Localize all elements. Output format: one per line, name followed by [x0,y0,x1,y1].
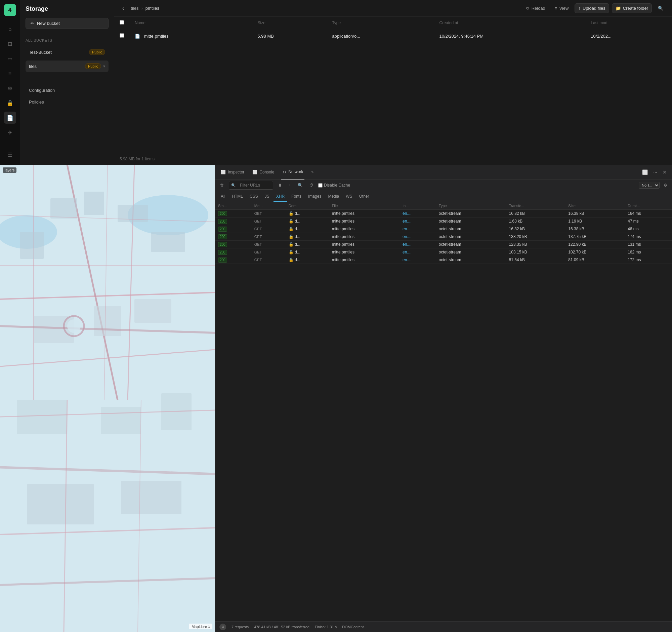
nav-logs-icon[interactable]: ☰ [4,148,16,161]
more-options-button[interactable]: ··· [652,168,658,176]
bucket-item-tiles[interactable]: tiles Public ▾ [26,61,109,72]
req-domain: 🔒 d... [286,233,329,241]
req-transferred: 103.15 kB [506,249,566,256]
bucket-name-test: Test-Bucket [29,50,52,55]
pause-recording-button[interactable]: ⏸ [276,182,284,189]
network-request-row[interactable]: 200 GET 🔒 d... mitte.pmtiles en.... octe… [215,217,672,225]
info-icon: ℹ [208,624,210,629]
reload-button[interactable]: ↻ Reload [523,4,549,13]
footer-transferred: 478.41 kB / 481.52 kB transferred [254,625,309,629]
network-toolbar: 🗑 🔍 ⏸ + 🔍 ⏱ Disable Cache No T... ⚙ [215,180,672,191]
req-type: octet-stream [436,210,506,217]
network-request-row[interactable]: 200 GET 🔒 d... mitte.pmtiles en.... octe… [215,210,672,217]
col-status: Sta... [215,202,252,210]
network-request-row[interactable]: 200 GET 🔒 d... mitte.pmtiles en.... octe… [215,225,672,233]
net-type-images[interactable]: Images [306,191,324,202]
search-icon: 🔍 [658,6,663,11]
layers-label: layers [3,167,17,173]
net-type-css[interactable]: CSS [247,191,261,202]
req-initiator: en.... [400,233,436,241]
search-button[interactable]: 🔍 [654,4,667,13]
add-filter-button[interactable]: + [287,182,293,189]
devtools-header: ⬜ Inspector ⬜ Console ↑↓ Network » ⬜ ···… [215,165,672,180]
req-file: mitte.pmtiles [329,225,400,233]
nav-database-icon[interactable]: ⊗ [4,82,16,94]
req-size: 102.70 kB [566,249,625,256]
new-bucket-button[interactable]: ✏ New bucket [26,18,109,29]
net-type-js[interactable]: JS [262,191,272,202]
bucket-item-test[interactable]: Test-Bucket Public [26,46,109,58]
devtools-tab-inspector[interactable]: ⬜ Inspector [219,165,246,180]
req-status: 200 [215,233,252,241]
nav-lock-icon[interactable]: 🔒 [4,97,16,109]
req-size: 137.75 kB [566,233,625,241]
req-domain: 🔒 d... [286,241,329,249]
req-size: 16.38 kB [566,210,625,217]
close-devtools-button[interactable]: ✕ [661,168,668,176]
devtools-tab-console[interactable]: ⬜ Console [251,165,275,180]
view-icon: ≡ [555,6,557,11]
req-size: 1.19 kB [566,217,625,225]
nav-list-icon[interactable]: ≡ [4,67,16,79]
timer-button[interactable]: ⏱ [308,182,315,189]
req-type: octet-stream [436,225,506,233]
req-transferred: 123.35 kB [506,241,566,249]
filter-urls-input[interactable] [237,182,271,189]
upload-button[interactable]: ↑ Upload files [575,3,609,13]
devtools-tab-network[interactable]: ↑↓ Network [281,165,305,180]
nav-home-icon[interactable]: ⌂ [4,23,16,35]
nav-storage-icon[interactable]: 📄 [4,112,16,124]
sidebar-item-policies[interactable]: Policies [26,97,109,107]
devtools-panel: ⬜ Inspector ⬜ Console ↑↓ Network » ⬜ ···… [215,165,672,632]
col-method: Me... [252,202,286,210]
req-file: mitte.pmtiles [329,256,400,264]
search-requests-button[interactable]: 🔍 [296,182,305,189]
req-initiator: en.... [400,210,436,217]
net-type-ws[interactable]: WS [343,191,355,202]
network-request-row[interactable]: 200 GET 🔒 d... mitte.pmtiles en.... octe… [215,256,672,264]
net-type-other[interactable]: Other [356,191,371,202]
nav-table-icon[interactable]: ⊞ [4,38,16,50]
breadcrumb-parent[interactable]: tiles [131,6,139,11]
net-type-media[interactable]: Media [325,191,342,202]
req-transferred: 81.54 kB [506,256,566,264]
network-table: Sta... Me... Dom... File Ini... Type Tra… [215,202,672,264]
select-all-checkbox[interactable] [120,20,124,25]
req-domain: 🔒 d... [286,256,329,264]
req-file: mitte.pmtiles [329,233,400,241]
req-type: octet-stream [436,241,506,249]
map-attribution-text: MapLibre [192,625,207,629]
disable-cache-label[interactable]: Disable Cache [318,183,350,188]
console-icon: ⬜ [252,170,257,174]
main-panel: ‹ tiles › pmtiles ↻ Reload ≡ View ↑ Uplo… [114,0,672,165]
clear-requests-button[interactable]: 🗑 [218,182,226,189]
network-requests-container: Sta... Me... Dom... File Ini... Type Tra… [215,202,672,621]
col-duration: Durat... [625,202,672,210]
network-request-row[interactable]: 200 GET 🔒 d... mitte.pmtiles en.... octe… [215,241,672,249]
all-buckets-label: All buckets [26,38,109,42]
row-checkbox[interactable] [120,33,124,38]
copy-panel-button[interactable]: ⬜ [641,168,649,176]
bucket-badge-test: Public [89,49,105,55]
disable-cache-checkbox[interactable] [318,183,322,188]
net-type-html[interactable]: HTML [229,191,246,202]
nav-deploy-icon[interactable]: ✈ [4,126,16,139]
back-button[interactable]: ‹ [120,4,127,13]
req-size: 16.38 kB [566,225,625,233]
net-type-all[interactable]: All [218,191,228,202]
net-type-fonts[interactable]: Fonts [289,191,304,202]
network-request-row[interactable]: 200 GET 🔒 d... mitte.pmtiles en.... octe… [215,249,672,256]
table-row[interactable]: 📄 mitte.pmtiles 5.98 MB application/o...… [114,29,672,43]
sidebar-item-configuration[interactable]: Configuration [26,86,109,95]
req-transferred: 16.82 kB [506,210,566,217]
create-folder-button[interactable]: 📁 Create folder [612,3,652,13]
nav-terminal-icon[interactable]: ▭ [4,52,16,65]
req-duration: 162 ms [625,249,672,256]
net-type-xhr[interactable]: XHR [273,191,287,202]
network-settings-button[interactable]: ⚙ [662,182,669,189]
view-button[interactable]: ≡ View [551,4,572,13]
devtools-tab-more[interactable]: » [310,165,315,180]
throttle-select[interactable]: No T... [639,182,659,189]
network-request-row[interactable]: 200 GET 🔒 d... mitte.pmtiles en.... octe… [215,233,672,241]
bucket-name-tiles: tiles [29,64,37,69]
